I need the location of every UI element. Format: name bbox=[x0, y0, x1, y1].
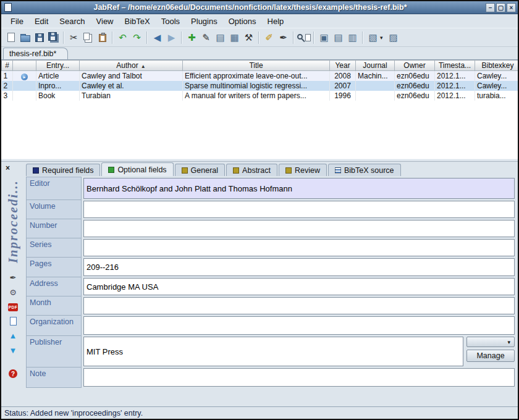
column-header-timestamp[interactable]: Timesta... bbox=[435, 61, 475, 71]
edit-preamble-icon[interactable]: ▦ bbox=[227, 30, 242, 44]
table-row[interactable]: 1 ▸ Article Cawley and Talbot Efficient … bbox=[2, 71, 518, 81]
series-field-input[interactable] bbox=[83, 239, 515, 256]
set-owner-icon[interactable]: ✒ bbox=[276, 30, 290, 44]
cut-icon[interactable]: ✂ bbox=[67, 30, 81, 44]
toolbar-separator bbox=[313, 32, 314, 44]
pages-field-input[interactable] bbox=[83, 258, 515, 276]
cell-entrytype: Inpro... bbox=[36, 81, 80, 91]
cell-file bbox=[13, 81, 36, 91]
paste-icon[interactable] bbox=[95, 30, 109, 44]
undo-icon[interactable]: ↶ bbox=[116, 30, 130, 44]
month-field-input[interactable] bbox=[83, 297, 515, 314]
tab-review[interactable]: Review bbox=[279, 164, 327, 176]
write-xmp-pdf-icon[interactable]: PDF bbox=[8, 303, 18, 311]
push-to-application-icon[interactable]: ▤ bbox=[331, 30, 345, 44]
column-header-entrytype[interactable]: Entry... bbox=[36, 61, 80, 71]
table-row-selected[interactable]: 2 Inpro... Cawley et al. Sparse multinom… bbox=[2, 81, 518, 91]
menu-file[interactable]: File bbox=[5, 15, 29, 27]
web-search-icon[interactable]: ▧ bbox=[366, 30, 380, 44]
field-label: Month bbox=[26, 296, 82, 316]
close-button[interactable]: × bbox=[507, 3, 516, 12]
publisher-field-input[interactable] bbox=[83, 337, 463, 366]
column-header-author[interactable]: Author▲ bbox=[80, 61, 183, 71]
column-header-owner[interactable]: Owner bbox=[395, 61, 435, 71]
menu-search[interactable]: Search bbox=[54, 15, 90, 27]
cell-file: ▸ bbox=[13, 71, 36, 81]
table-row[interactable]: 3 Book Turabian A manual for writers of … bbox=[2, 91, 518, 101]
menu-help[interactable]: Help bbox=[262, 15, 290, 27]
web-search-dropdown-icon[interactable]: ▾ bbox=[380, 35, 386, 41]
cell-bibtexkey: Cawley... bbox=[475, 71, 518, 81]
close-icon[interactable]: × bbox=[3, 163, 12, 172]
back-icon[interactable]: ◀ bbox=[150, 30, 164, 44]
cell-year: 2008 bbox=[330, 71, 356, 81]
menu-plugins[interactable]: Plugins bbox=[185, 15, 223, 27]
cell-entrytype: Article bbox=[36, 71, 80, 81]
tab-bibtex-source[interactable]: BibTeX source bbox=[328, 164, 401, 176]
toolbar-separator bbox=[362, 32, 363, 44]
menu-bibtex[interactable]: BibTeX bbox=[119, 15, 156, 27]
tab-abstract[interactable]: Abstract bbox=[226, 164, 277, 176]
redo-icon[interactable]: ↷ bbox=[130, 30, 144, 44]
address-field-input[interactable] bbox=[83, 278, 515, 295]
column-header-journal[interactable]: Journal bbox=[356, 61, 395, 71]
number-field-input[interactable] bbox=[83, 220, 515, 237]
column-header-bibtexkey[interactable]: Bibtexkey bbox=[475, 61, 518, 71]
tab-optional-fields[interactable]: Optional fields bbox=[101, 162, 173, 176]
file-tab[interactable]: thesis-ref.bib* bbox=[3, 48, 68, 59]
column-header-number[interactable]: # bbox=[2, 61, 13, 71]
cleanup-icon[interactable]: ⚒ bbox=[242, 30, 256, 44]
editor-field-input[interactable] bbox=[83, 178, 515, 199]
copy-icon[interactable] bbox=[81, 30, 95, 44]
cell-owner: ezn06edu bbox=[395, 81, 435, 91]
column-header-year[interactable]: Year bbox=[330, 61, 356, 71]
toolbar: ✂ ↶ ↷ ◀ ▶ ✚ ✎ ▤ ▦ ⚒ ✐ ✒ ▣ ▤ ▥ ▧ ▾ ▨ bbox=[1, 28, 518, 47]
titlebar[interactable]: JabRef – /home/ezn06edu/Documents/nonfic… bbox=[1, 1, 518, 14]
edit-entry-icon[interactable]: ✎ bbox=[199, 30, 213, 44]
open-file-icon[interactable] bbox=[8, 317, 18, 326]
new-subdatabase-icon[interactable]: ▣ bbox=[317, 30, 331, 44]
menu-tools[interactable]: Tools bbox=[156, 15, 185, 27]
url-icon[interactable]: ▸ bbox=[21, 74, 28, 80]
autoset-links-icon[interactable]: ⚙ bbox=[8, 288, 18, 297]
mark-entries-icon[interactable]: ✐ bbox=[262, 30, 276, 44]
cell-file bbox=[13, 91, 36, 101]
column-header-file[interactable] bbox=[13, 61, 36, 71]
help-icon[interactable]: ? bbox=[9, 369, 17, 378]
new-database-icon[interactable] bbox=[4, 30, 18, 44]
publisher-dropdown-button[interactable]: ▾ bbox=[466, 337, 515, 347]
cell-title: Efficient approximate leave-one-out... bbox=[183, 71, 330, 81]
forward-icon[interactable]: ▶ bbox=[164, 30, 179, 44]
search-icon[interactable] bbox=[297, 30, 311, 44]
open-database-icon[interactable] bbox=[18, 30, 32, 44]
next-entry-icon[interactable]: ▼ bbox=[8, 346, 18, 355]
manage-button[interactable]: Manage bbox=[466, 350, 515, 362]
cell-year: 2007 bbox=[330, 81, 356, 91]
openoffice-icon[interactable]: ▥ bbox=[345, 30, 360, 44]
prev-entry-icon[interactable]: ▲ bbox=[8, 331, 18, 340]
cell-author: Cawley and Talbot bbox=[80, 71, 183, 81]
menu-options[interactable]: Options bbox=[223, 15, 262, 27]
menu-view[interactable]: View bbox=[91, 15, 119, 27]
maximize-button[interactable]: ▢ bbox=[496, 3, 505, 12]
save-all-icon[interactable] bbox=[46, 30, 61, 44]
cell-number: 3 bbox=[2, 91, 13, 101]
organization-field-input[interactable] bbox=[83, 316, 515, 335]
new-entry-icon[interactable]: ✚ bbox=[185, 30, 199, 44]
entry-editor-tabs: Required fields Optional fields General … bbox=[25, 162, 518, 176]
minimize-button[interactable]: – bbox=[486, 3, 495, 12]
generate-key-icon[interactable]: ✒ bbox=[8, 273, 18, 282]
note-field-input[interactable] bbox=[83, 368, 515, 387]
tab-required-fields[interactable]: Required fields bbox=[26, 164, 100, 176]
field-row-address: Address bbox=[26, 277, 515, 296]
volume-field-input[interactable] bbox=[83, 201, 515, 218]
edit-strings-icon[interactable]: ▤ bbox=[213, 30, 227, 44]
save-database-icon[interactable] bbox=[32, 30, 46, 44]
optional-fields-icon bbox=[108, 167, 114, 173]
toolbar-separator bbox=[112, 32, 113, 44]
cell-author: Turabian bbox=[80, 91, 183, 101]
column-header-title[interactable]: Title bbox=[183, 61, 330, 71]
tab-general[interactable]: General bbox=[175, 164, 225, 176]
import-icon[interactable]: ▨ bbox=[386, 30, 400, 44]
menu-edit[interactable]: Edit bbox=[29, 15, 54, 27]
